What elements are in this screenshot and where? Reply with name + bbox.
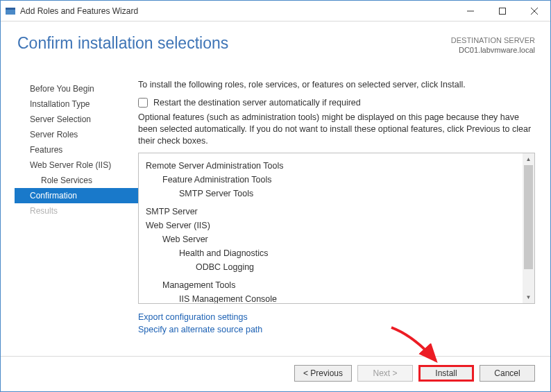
sidebar-item-before-you-begin[interactable]: Before You Begin <box>15 81 138 96</box>
wizard-window: Add Roles and Features Wizard Confirm in… <box>0 0 551 392</box>
sidebar-item-server-roles[interactable]: Server Roles <box>15 127 138 142</box>
sidebar-item-features[interactable]: Features <box>15 142 138 157</box>
sidebar-item-web-server-role-iis-[interactable]: Web Server Role (IIS) <box>15 157 138 173</box>
svg-rect-3 <box>500 8 506 14</box>
titlebar: Add Roles and Features Wizard <box>1 1 550 22</box>
cancel-button[interactable]: Cancel <box>480 365 535 382</box>
svg-rect-1 <box>6 8 15 10</box>
action-links: Export configuration settings Specify an… <box>138 311 535 336</box>
previous-button[interactable]: < Previous <box>294 365 352 382</box>
restart-checkbox-label: Restart the destination server automatic… <box>153 98 361 108</box>
wizard-footer: < Previous Next > Install Cancel <box>1 356 550 391</box>
sidebar-item-role-services[interactable]: Role Services <box>15 173 138 188</box>
window-title: Add Roles and Features Wizard <box>20 6 455 16</box>
restart-checkbox[interactable] <box>138 98 148 108</box>
minimize-button[interactable] <box>455 1 486 22</box>
app-icon <box>5 6 16 17</box>
window-controls <box>455 1 550 22</box>
next-button: Next > <box>357 365 413 382</box>
destination-server-value: DC01.labvmware.local <box>451 45 535 55</box>
tree-node: SMTP Server Tools <box>143 187 518 201</box>
tree-node: Web Server (IIS) <box>143 219 518 232</box>
export-config-link[interactable]: Export configuration settings <box>138 312 248 322</box>
tree-node: SMTP Server <box>143 205 518 219</box>
sidebar-item-confirmation[interactable]: Confirmation <box>15 188 138 203</box>
destination-server: DESTINATION SERVER DC01.labvmware.local <box>451 35 535 55</box>
tree-node: Health and Diagnostics <box>143 246 518 260</box>
sidebar-item-installation-type[interactable]: Installation Type <box>15 96 138 112</box>
tree-node: Management Tools <box>143 278 518 292</box>
tree-node: Web Server <box>143 232 518 246</box>
destination-server-label: DESTINATION SERVER <box>451 35 535 45</box>
intro-text: To install the following roles, role ser… <box>138 80 535 90</box>
maximize-button[interactable] <box>486 1 518 22</box>
page-title: Confirm installation selections <box>17 34 228 53</box>
sidebar-item-results: Results <box>15 203 138 219</box>
scroll-up-icon[interactable]: ▲ <box>523 153 534 165</box>
wizard-header: Confirm installation selections DESTINAT… <box>1 22 550 71</box>
selections-tree: Remote Server Administration ToolsFeatur… <box>138 153 535 304</box>
tree-content: Remote Server Administration ToolsFeatur… <box>139 153 523 303</box>
sidebar-item-server-selection[interactable]: Server Selection <box>15 112 138 127</box>
main-panel: To install the following roles, role ser… <box>138 78 535 356</box>
alternate-source-link[interactable]: Specify an alternate source path <box>138 325 262 334</box>
tree-node: IIS Management Console <box>143 292 518 303</box>
install-button[interactable]: Install <box>418 365 474 382</box>
optional-features-note: Optional features (such as administratio… <box>138 112 535 147</box>
restart-checkbox-row[interactable]: Restart the destination server automatic… <box>138 98 535 108</box>
scroll-track[interactable] <box>523 165 534 291</box>
scrollbar[interactable]: ▲ ▼ <box>523 153 534 303</box>
scroll-thumb[interactable] <box>524 165 533 269</box>
sidebar: Before You BeginInstallation TypeServer … <box>15 78 138 356</box>
scroll-down-icon[interactable]: ▼ <box>523 291 534 303</box>
wizard-body: Before You BeginInstallation TypeServer … <box>1 71 550 356</box>
tree-node: ODBC Logging <box>143 260 518 274</box>
tree-node: Remote Server Administration Tools <box>143 159 518 173</box>
close-button[interactable] <box>518 1 550 22</box>
tree-node: Feature Administration Tools <box>143 173 518 187</box>
